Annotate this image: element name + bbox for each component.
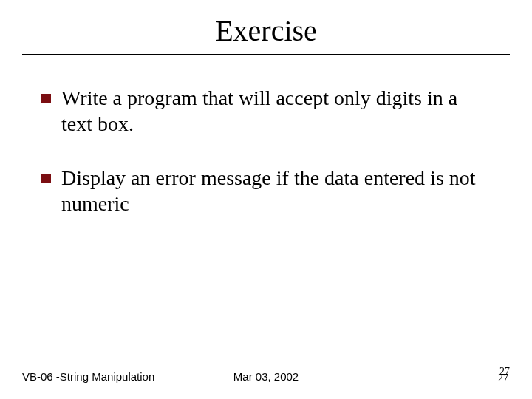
slide-footer: VB-06 -String Manipulation Mar 03, 2002 … — [0, 370, 532, 383]
title-underline — [22, 54, 510, 55]
bullet-text: Display an error message if the data ent… — [61, 165, 492, 216]
page-number-bottom: 27 — [498, 372, 508, 384]
list-item: Write a program that will accept only di… — [41, 85, 492, 137]
slide: Exercise Write a program that will accep… — [0, 0, 532, 399]
square-bullet-icon — [41, 174, 51, 183]
footer-date: Mar 03, 2002 — [233, 370, 299, 383]
title-wrap: Exercise — [22, 13, 510, 50]
footer-left: VB-06 -String Manipulation — [22, 370, 154, 383]
list-item: Display an error message if the data ent… — [41, 165, 492, 216]
square-bullet-icon — [41, 94, 51, 103]
bullet-list: Write a program that will accept only di… — [22, 85, 510, 216]
slide-title: Exercise — [211, 13, 321, 50]
bullet-text: Write a program that will accept only di… — [61, 85, 492, 137]
